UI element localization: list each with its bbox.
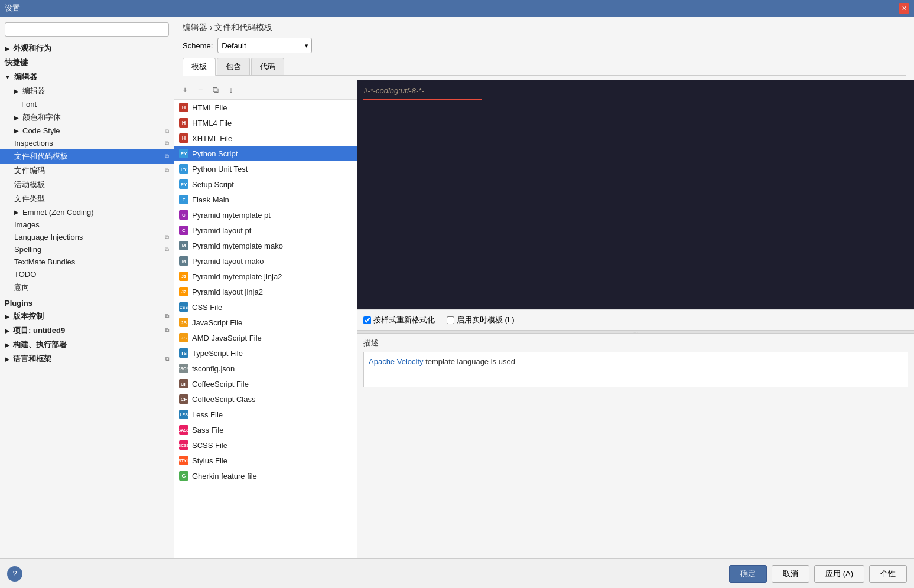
sidebar-item-emmet[interactable]: ▶ Emmet (Zen Coding) (0, 206, 174, 218)
list-item[interactable]: C Pyramid mytemplate pt (174, 207, 357, 223)
list-item[interactable]: PY Setup Script (174, 177, 357, 192)
list-item[interactable]: H HTML File (174, 100, 357, 115)
reformat-checkbox[interactable] (363, 316, 371, 324)
close-button[interactable]: ✕ (899, 3, 909, 14)
tab-code[interactable]: 代码 (251, 58, 284, 75)
list-item-label: Gherkin feature file (192, 472, 257, 481)
list-item[interactable]: JS JavaScript File (174, 315, 357, 330)
list-item[interactable]: TS TypeScript File (174, 345, 357, 361)
sidebar-item-textmate[interactable]: TextMate Bundles (0, 256, 174, 268)
sidebar-item-label: Code Style (22, 126, 60, 135)
sidebar-item-vcs[interactable]: ▶ 版本控制 ⧉ (0, 309, 174, 324)
list-item-label: Pyramid mytemplate mako (192, 241, 283, 250)
help-button[interactable]: ? (7, 566, 22, 582)
sidebar-item-shortcuts[interactable]: 快捷键 (0, 55, 174, 70)
add-button[interactable]: + (178, 83, 192, 97)
list-item[interactable]: CF CoffeeScript Class (174, 391, 357, 407)
list-item[interactable]: LES Less File (174, 407, 357, 422)
coffee-class-icon: CF (179, 394, 188, 404)
list-item-label: AMD JavaScript File (192, 334, 262, 342)
list-item[interactable]: M Pyramid mytemplate mako (174, 238, 357, 253)
expand-icon: ▶ (5, 313, 9, 320)
sidebar-item-codestyle[interactable]: ▶ Code Style ⧉ (0, 125, 174, 137)
remove-button[interactable]: − (193, 83, 207, 97)
list-item-label: CoffeeScript Class (192, 395, 255, 404)
expand-icon: ▼ (5, 74, 11, 80)
list-item[interactable]: F Flask Main (174, 192, 357, 207)
list-item[interactable]: CSS CSS File (174, 299, 357, 315)
sidebar-item-intention[interactable]: 意向 (0, 280, 174, 295)
list-item[interactable]: CF CoffeeScript File (174, 376, 357, 391)
sidebar-item-color[interactable]: ▶ 颜色和字体 (0, 110, 174, 125)
sidebar-item-plugins[interactable]: Plugins (0, 297, 174, 309)
sidebar-item-label: Plugins (5, 299, 32, 308)
list-item[interactable]: M Pyramid layout mako (174, 253, 357, 269)
confirm-button[interactable]: 确定 (729, 565, 767, 583)
list-item[interactable]: JSON tsconfig.json (174, 361, 357, 376)
search-input[interactable] (5, 22, 169, 37)
sidebar-item-inspections[interactable]: Inspections ⧉ (0, 137, 174, 149)
html-file-icon: H (179, 103, 188, 112)
list-item-label: Flask Main (192, 195, 229, 204)
live-templates-checkbox-label[interactable]: 启用实时模板 (L) (447, 315, 515, 325)
list-item[interactable]: H XHTML File (174, 130, 357, 146)
sidebar-item-file-encoding[interactable]: 文件编码 ⧉ (0, 164, 174, 178)
badge-icon: ⧉ (165, 128, 169, 135)
sidebar-item-lang-framework[interactable]: ▶ 语言和框架 ⧉ (0, 352, 174, 366)
live-templates-label: 启用实时模板 (L) (457, 315, 515, 325)
sidebar-item-label: 编辑器 (22, 86, 45, 96)
js-file-icon: JS (179, 318, 188, 327)
less-file-icon: LES (179, 410, 188, 419)
sidebar-item-lang-inject[interactable]: Language Injections ⧉ (0, 231, 174, 243)
apply-button[interactable]: 应用 (A) (814, 565, 864, 583)
sidebar-item-font[interactable]: Font (0, 98, 174, 110)
editor-area[interactable]: #-*-coding:utf-8-*- (357, 80, 914, 309)
sidebar-item-label: Emmet (Zen Coding) (22, 208, 94, 217)
scheme-select-wrapper: Default (217, 38, 312, 53)
list-item[interactable]: SCSS SCSS File (174, 437, 357, 453)
sidebar-item-file-templates[interactable]: 文件和代码模板 ⧉ (0, 149, 174, 164)
red-underline (363, 99, 482, 100)
list-item-label: HTML File (192, 103, 227, 112)
scheme-label: Scheme: (183, 41, 213, 50)
reformat-checkbox-label[interactable]: 按样式重新格式化 (363, 315, 435, 325)
html4-file-icon: H (179, 118, 188, 128)
copy-button[interactable]: ⧉ (209, 83, 223, 97)
list-item[interactable]: JS AMD JavaScript File (174, 330, 357, 345)
sidebar-item-label: 快捷键 (5, 57, 28, 68)
list-item[interactable]: J2 Pyramid mytemplate jinja2 (174, 269, 357, 284)
list-item[interactable]: C Pyramid layout pt (174, 223, 357, 238)
list-item-label: Pyramid mytemplate pt (192, 211, 271, 220)
list-item[interactable]: SASS Sass File (174, 422, 357, 437)
list-item[interactable]: STYL Stylus File (174, 453, 357, 468)
list-item-python-script[interactable]: PY Python Script (174, 146, 357, 161)
sidebar-item-spelling[interactable]: Spelling ⧉ (0, 243, 174, 256)
coffee-file-icon: CF (179, 379, 188, 388)
apache-velocity-link[interactable]: Apache Velocity (369, 357, 424, 366)
sidebar-item-images[interactable]: Images (0, 218, 174, 231)
sidebar-item-appearance[interactable]: ▶ 外观和行为 (0, 41, 174, 55)
scheme-row: Scheme: Default (183, 38, 906, 53)
sidebar-item-todo[interactable]: TODO (0, 268, 174, 280)
setup-script-icon: PY (179, 179, 188, 189)
sidebar-item-live-templates[interactable]: 活动模板 (0, 178, 174, 192)
sidebar-item-file-types[interactable]: 文件类型 (0, 192, 174, 206)
live-templates-checkbox[interactable] (447, 316, 454, 324)
person-button[interactable]: 个性 (869, 565, 907, 583)
tab-includes[interactable]: 包含 (217, 58, 250, 75)
import-button[interactable]: ↓ (224, 83, 238, 97)
scheme-select[interactable]: Default (217, 38, 312, 53)
list-item[interactable]: PY Python Unit Test (174, 161, 357, 177)
expand-icon: ▶ (5, 45, 9, 52)
cancel-button[interactable]: 取消 (772, 565, 809, 583)
sidebar-item-project[interactable]: ▶ 项目: untitled9 ⧉ (0, 324, 174, 338)
sidebar-item-editor-sub[interactable]: ▶ 编辑器 (0, 84, 174, 98)
tsconfig-icon: JSON (179, 364, 188, 373)
list-item[interactable]: H HTML4 File (174, 115, 357, 130)
tab-templates[interactable]: 模板 (183, 58, 216, 76)
sidebar-item-label: 颜色和字体 (22, 112, 61, 123)
list-item[interactable]: J2 Pyramid layout jinja2 (174, 284, 357, 299)
sidebar-item-build[interactable]: ▶ 构建、执行部署 (0, 338, 174, 352)
list-item-gherkin[interactable]: G Gherkin feature file (174, 468, 357, 484)
sidebar-item-editor[interactable]: ▼ 编辑器 (0, 70, 174, 84)
